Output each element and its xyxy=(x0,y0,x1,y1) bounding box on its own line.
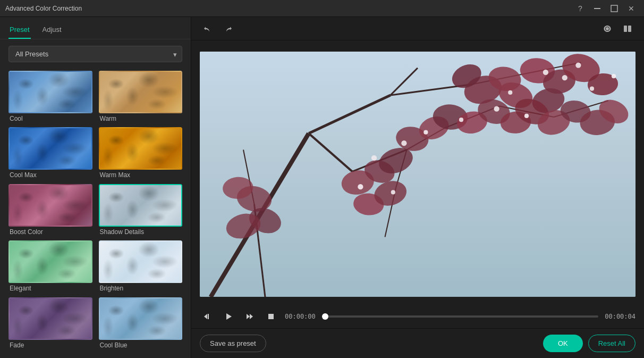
preset-brighten-label: Brighten xyxy=(99,283,183,293)
video-controls: 00:00:00 00:00:04 xyxy=(191,305,644,328)
undo-button[interactable] xyxy=(200,21,216,37)
svg-rect-70 xyxy=(268,314,274,319)
preset-elegant[interactable]: Elegant xyxy=(9,240,92,293)
svg-point-63 xyxy=(612,74,616,78)
svg-marker-68 xyxy=(247,314,250,319)
preset-warm-max-label: Warm Max xyxy=(99,170,183,179)
svg-point-59 xyxy=(524,114,529,118)
reset-all-button[interactable]: Reset All xyxy=(588,335,635,352)
preset-elegant-thumb xyxy=(9,240,92,283)
svg-point-60 xyxy=(391,190,395,194)
play-forward-button[interactable] xyxy=(242,309,257,324)
title-bar: Advanced Color Correction ? ✕ xyxy=(0,0,644,17)
video-scene xyxy=(200,52,635,297)
svg-marker-69 xyxy=(250,314,253,319)
svg-point-55 xyxy=(562,75,567,80)
minimize-button[interactable] xyxy=(590,1,605,16)
preset-8-label: Cool Blue xyxy=(99,340,183,349)
svg-rect-1 xyxy=(611,5,617,12)
bottom-bar: Save as preset OK Reset All xyxy=(191,328,644,358)
preset-cool-max-label: Cool Max xyxy=(9,170,92,179)
svg-rect-4 xyxy=(628,26,631,32)
preset-boost-color-label: Boost Color xyxy=(9,227,92,236)
preset-dropdown[interactable]: All Presets Custom Presets Built-in Pres… xyxy=(9,46,182,62)
close-button[interactable]: ✕ xyxy=(624,1,639,16)
preset-shadow-details-label: Shadow Details xyxy=(99,227,183,236)
svg-marker-67 xyxy=(226,313,232,320)
preset-brighten[interactable]: Brighten xyxy=(99,240,183,293)
preset-8[interactable]: Cool Blue xyxy=(99,297,183,349)
stop-button[interactable] xyxy=(264,309,278,324)
save-preset-button[interactable]: Save as preset xyxy=(200,335,266,352)
toolbar-left xyxy=(200,21,236,37)
svg-point-53 xyxy=(401,140,406,146)
svg-point-56 xyxy=(590,86,594,90)
svg-point-54 xyxy=(508,90,512,95)
tab-adjust[interactable]: Adjust xyxy=(41,21,63,39)
svg-point-57 xyxy=(423,130,428,134)
preset-boost-color-thumb xyxy=(9,184,92,227)
video-content-svg xyxy=(200,52,635,297)
time-current: 00:00:00 xyxy=(285,313,316,320)
preset-warm[interactable]: Warm xyxy=(99,71,183,123)
video-frame xyxy=(200,52,635,297)
time-total: 00:00:04 xyxy=(605,313,635,320)
svg-point-62 xyxy=(575,62,581,68)
tabs: Preset Adjust xyxy=(0,17,191,39)
help-button[interactable]: ? xyxy=(573,1,588,16)
tab-preset[interactable]: Preset xyxy=(9,21,31,39)
main-container: Preset Adjust All Presets Custom Presets… xyxy=(0,17,644,358)
title-bar-left: Advanced Color Correction xyxy=(5,5,82,12)
maximize-button[interactable] xyxy=(607,1,622,16)
svg-point-51 xyxy=(371,155,377,161)
presets-grid: Cool Warm Cool Max Warm Max Boost Color xyxy=(0,69,191,358)
preset-warm-label: Warm xyxy=(99,113,183,123)
svg-point-58 xyxy=(494,106,499,111)
preset-warm-max-thumb xyxy=(99,127,183,170)
preset-cool-thumb xyxy=(9,71,92,113)
svg-point-52 xyxy=(459,118,463,122)
preset-elegant-label: Elegant xyxy=(9,283,92,293)
right-panel: 00:00:00 00:00:04 Save as preset OK Rese… xyxy=(191,17,644,358)
title-bar-controls: ? ✕ xyxy=(573,1,639,16)
preset-shadow-details[interactable]: Shadow Details xyxy=(99,184,183,236)
svg-point-64 xyxy=(543,70,548,75)
preset-brighten-thumb xyxy=(99,240,183,283)
svg-point-61 xyxy=(358,184,363,189)
preview-button[interactable] xyxy=(599,21,615,37)
preset-dropdown-container: All Presets Custom Presets Built-in Pres… xyxy=(0,39,191,69)
bottom-right: OK Reset All xyxy=(543,335,635,352)
preset-dropdown-wrapper: All Presets Custom Presets Built-in Pres… xyxy=(9,46,182,62)
left-panel: Preset Adjust All Presets Custom Presets… xyxy=(0,17,191,358)
preset-warm-max[interactable]: Warm Max xyxy=(99,127,183,179)
skip-back-button[interactable] xyxy=(200,309,215,324)
progress-handle[interactable] xyxy=(322,313,328,320)
preset-cool-max-thumb xyxy=(9,127,92,170)
preset-7-label: Fade xyxy=(9,340,92,349)
svg-point-2 xyxy=(606,27,609,30)
preset-7-thumb xyxy=(9,297,92,340)
svg-marker-65 xyxy=(204,314,207,319)
compare-button[interactable] xyxy=(620,21,635,37)
svg-rect-66 xyxy=(208,314,209,319)
toolbar xyxy=(191,17,644,40)
svg-rect-3 xyxy=(624,26,627,32)
preset-8-thumb xyxy=(99,297,183,340)
video-container xyxy=(191,40,644,305)
preset-cool-label: Cool xyxy=(9,113,92,123)
app-title: Advanced Color Correction xyxy=(5,5,82,12)
preset-cool[interactable]: Cool xyxy=(9,71,92,123)
progress-bar[interactable] xyxy=(322,315,598,318)
ok-button[interactable]: OK xyxy=(543,335,583,352)
preset-7[interactable]: Fade xyxy=(9,297,92,349)
preset-warm-thumb xyxy=(99,71,183,113)
svg-rect-0 xyxy=(594,8,600,9)
redo-button[interactable] xyxy=(220,21,236,37)
preset-shadow-details-thumb xyxy=(99,184,183,227)
toolbar-right xyxy=(599,21,635,37)
preset-boost-color[interactable]: Boost Color xyxy=(9,184,92,236)
play-button[interactable] xyxy=(221,309,236,324)
preset-cool-max[interactable]: Cool Max xyxy=(9,127,92,179)
